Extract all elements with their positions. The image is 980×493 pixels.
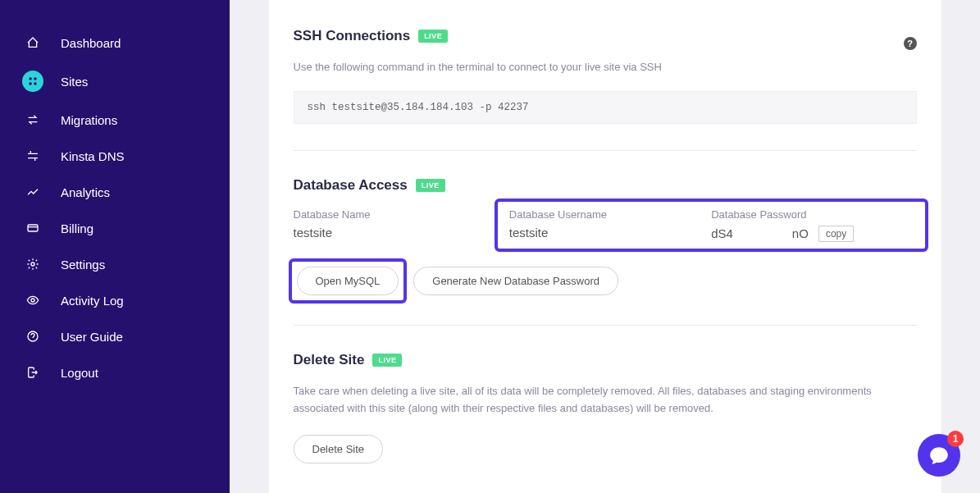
db-pass-prefix: dS4 [711,226,733,240]
sidebar-item-activity[interactable]: Activity Log [0,282,230,318]
sidebar-item-label: Sites [61,75,88,89]
sidebar-item-label: Migrations [61,113,117,127]
ssh-title-text: SSH Connections [294,28,411,44]
db-pass-label: Database Password [711,208,913,221]
sidebar-item-migrations[interactable]: Migrations [0,102,230,138]
db-title-text: Database Access [294,177,408,194]
delete-title-text: Delete Site [294,352,365,368]
delete-desc: Take care when deleting a live site, all… [294,383,917,418]
db-title: Database Access LIVE [294,177,917,194]
migrations-icon [25,112,41,128]
sidebar-item-label: Billing [61,221,93,235]
db-credentials-highlight: Database Username testsite Database Pass… [495,199,928,252]
db-name-value: testsite [294,226,506,240]
svg-point-6 [31,299,34,302]
sidebar: Dashboard Sites Migrations Kinsta DNS An… [0,0,230,493]
sidebar-item-analytics[interactable]: Analytics [0,174,230,210]
copy-password-button[interactable]: copy [818,226,854,242]
sidebar-item-label: Logout [61,366,98,380]
logout-icon [25,364,41,381]
home-icon [25,34,41,51]
generate-password-button[interactable]: Generate New Database Password [413,267,618,295]
ssh-section: SSH Connections LIVE ? Use the following… [294,28,917,150]
main-content: SSH Connections LIVE ? Use the following… [230,0,980,493]
eye-icon [25,292,41,308]
sidebar-item-label: Dashboard [61,36,121,50]
gear-icon [25,256,41,272]
open-mysql-button[interactable]: Open MySQL [297,267,399,295]
db-name-label: Database Name [294,208,506,221]
svg-point-0 [30,78,31,80]
live-badge: LIVE [372,354,402,367]
ssh-desc: Use the following command in the termina… [294,59,917,76]
live-badge: LIVE [418,30,448,43]
db-user-label: Database Username [509,208,711,221]
db-section: Database Access LIVE Database Name tests… [294,150,917,325]
sidebar-item-label: User Guide [61,330,123,344]
db-pass-col: Database Password dS4 nO copy [711,208,913,242]
sidebar-item-sites[interactable]: Sites [0,61,230,102]
db-user-value: testsite [509,226,711,240]
sites-icon [22,71,43,92]
help-icon[interactable]: ? [904,37,917,50]
svg-point-2 [30,83,31,84]
help-icon [25,328,41,345]
sidebar-item-label: Settings [61,258,105,272]
billing-icon [25,220,41,236]
db-pass-suffix: nO [792,226,809,240]
dns-icon [25,148,41,164]
db-name-col: Database Name testsite [294,208,506,245]
live-badge: LIVE [416,179,445,192]
chat-widget[interactable]: 1 [918,434,960,477]
sidebar-item-billing[interactable]: Billing [0,210,230,246]
chat-badge: 1 [947,431,964,447]
sidebar-item-label: Kinsta DNS [61,149,125,163]
delete-section: Delete Site LIVE Take care when deleting… [294,325,917,491]
sidebar-item-dns[interactable]: Kinsta DNS [0,138,230,174]
sidebar-item-userguide[interactable]: User Guide [0,318,230,354]
svg-point-5 [31,262,34,266]
sidebar-item-logout[interactable]: Logout [0,354,230,390]
svg-point-1 [34,78,36,80]
sidebar-item-settings[interactable]: Settings [0,246,230,282]
ssh-title: SSH Connections LIVE [294,28,449,44]
delete-title: Delete Site LIVE [294,352,917,368]
db-user-col: Database Username testsite [509,208,711,242]
analytics-icon [25,184,41,200]
sidebar-item-label: Analytics [61,185,110,199]
chat-icon [928,445,950,466]
svg-point-3 [34,83,36,84]
sidebar-item-dashboard[interactable]: Dashboard [0,25,230,61]
sidebar-item-label: Activity Log [61,294,124,308]
delete-site-button[interactable]: Delete Site [294,435,384,463]
db-pass-mask [738,227,787,240]
svg-rect-4 [28,225,38,231]
open-mysql-highlight: Open MySQL [289,258,408,304]
ssh-command[interactable]: ssh testsite@35.184.184.103 -p 42237 [294,91,917,124]
